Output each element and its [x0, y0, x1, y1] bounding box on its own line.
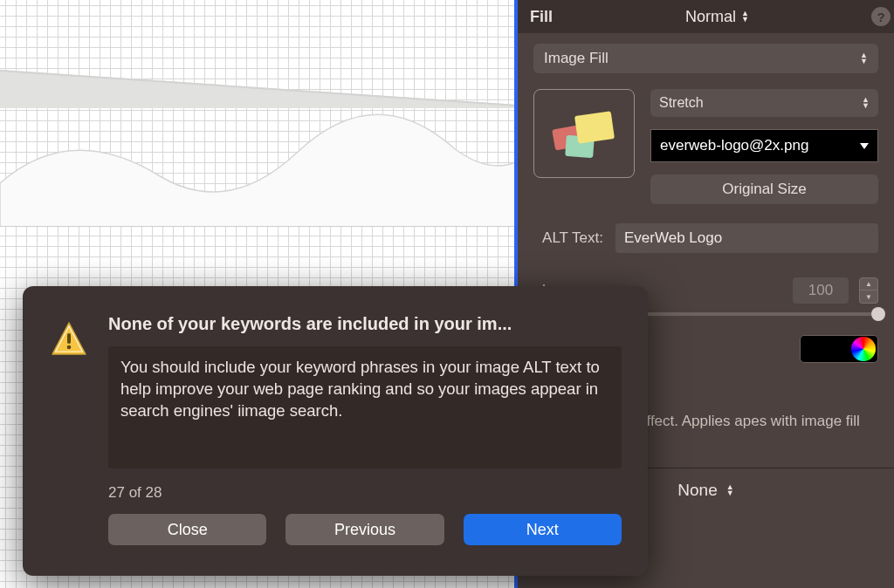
close-button[interactable]: Close: [108, 514, 266, 545]
next-label: Next: [526, 521, 559, 539]
fill-type-value: Image Fill: [544, 50, 609, 67]
fill-section-header: Fill Normal ▲▼ ?: [518, 0, 894, 33]
original-size-label: Original Size: [722, 181, 806, 198]
next-button[interactable]: Next: [464, 514, 622, 545]
warning-icon: [49, 319, 89, 359]
stroke-value: None: [677, 481, 717, 500]
svg-rect-3: [574, 111, 615, 144]
scale-mode-select[interactable]: Stretch ▲▼: [650, 89, 878, 117]
fill-type-select[interactable]: Image Fill ▲▼: [533, 44, 878, 73]
blend-mode-label: Normal: [685, 8, 736, 26]
close-label: Close: [168, 521, 208, 539]
warning-dialog: None of your keywords are included in yo…: [23, 286, 648, 576]
help-icon[interactable]: ?: [871, 7, 891, 26]
dialog-counter: 27 of 28: [108, 484, 622, 502]
chevron-down-icon: [860, 143, 869, 149]
svg-rect-4: [67, 333, 71, 344]
alt-text-label: ALT Text:: [533, 229, 603, 247]
scale-mode-value: Stretch: [659, 95, 704, 111]
original-size-button[interactable]: Original Size: [650, 174, 878, 204]
image-filename: everweb-logo@2x.png: [660, 137, 808, 154]
updown-icon: ▲▼: [860, 52, 868, 65]
scale-stepper[interactable]: ▲ ▼: [859, 277, 878, 304]
previous-label: Previous: [334, 521, 395, 539]
slider-knob[interactable]: [871, 307, 885, 321]
color-well[interactable]: [800, 335, 878, 363]
logo-icon: [550, 106, 618, 161]
alt-text-input[interactable]: EverWeb Logo: [615, 223, 878, 253]
svg-point-5: [67, 345, 72, 350]
image-file-chip[interactable]: everweb-logo@2x.png: [650, 129, 878, 162]
updown-icon: ▲▼: [862, 97, 870, 109]
updown-icon: ▲▼: [726, 484, 734, 496]
blend-mode-select[interactable]: Normal ▲▼: [685, 8, 749, 26]
scale-value: 100: [808, 282, 833, 299]
previous-button[interactable]: Previous: [285, 514, 444, 545]
canvas-artwork: [0, 70, 518, 227]
stepper-down-icon[interactable]: ▼: [859, 291, 878, 304]
stepper-up-icon[interactable]: ▲: [859, 277, 878, 291]
scale-value-input[interactable]: 100: [793, 277, 849, 304]
image-thumbnail[interactable]: [533, 89, 635, 178]
dialog-message: You should include your keyword phrases …: [108, 346, 622, 468]
section-title: Fill: [530, 8, 553, 26]
dialog-title: None of your keywords are included in yo…: [108, 314, 622, 334]
alt-text-value: EverWeb Logo: [624, 229, 722, 247]
updown-icon: ▲▼: [741, 10, 749, 23]
color-wheel-icon[interactable]: [851, 337, 876, 361]
